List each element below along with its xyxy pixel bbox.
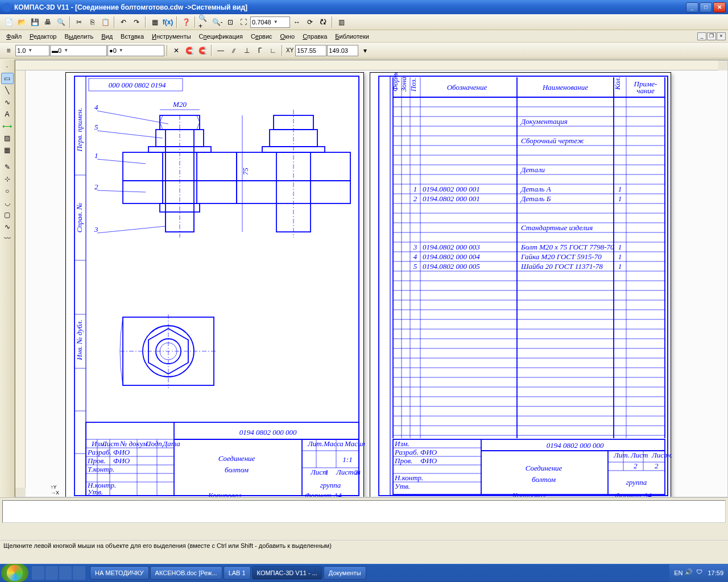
tool-hatch[interactable]: ▨	[1, 132, 14, 144]
tool-dim[interactable]: ⟷	[1, 120, 14, 132]
start-button[interactable]	[1, 564, 28, 582]
menu-view[interactable]: Вид	[97, 32, 117, 41]
geo2-icon[interactable]: ⫽	[228, 44, 240, 57]
refresh-icon[interactable]: 🗘	[317, 16, 329, 28]
menu-select[interactable]: Выделить	[60, 32, 97, 41]
tool-line[interactable]: ╲	[1, 85, 14, 96]
tray-icon[interactable]: 🛡	[696, 568, 705, 577]
snap1-icon[interactable]: ✕	[170, 44, 183, 57]
tool-select[interactable]: ▭	[1, 73, 14, 84]
ql-icon[interactable]	[59, 566, 72, 580]
svg-text:1: 1	[618, 252, 622, 261]
drawing-sheet-1: 000 000 0802 0194 Перв. примен. Справ. №…	[65, 72, 364, 497]
menu-help[interactable]: Справка	[299, 32, 331, 41]
svg-text:Соединение: Соединение	[218, 454, 255, 463]
ql-icon[interactable]	[73, 566, 85, 580]
coord-x[interactable]: 157.55	[295, 45, 326, 56]
menu-edit[interactable]: Редактор	[26, 32, 60, 41]
taskbar-item[interactable]: КОМПАС-3D V11 - ...	[252, 566, 322, 580]
maximize-button[interactable]: □	[700, 2, 712, 13]
tool-aux[interactable]: ∿	[1, 97, 14, 108]
close-button[interactable]: ✕	[713, 2, 726, 13]
toolbar-props: ≡ 1.0▼ ▬0▼ ● 0▼ ✕ 🧲 🧲 — ⫽ ⊥ Γ ∟ XY 157.5…	[0, 43, 728, 59]
svg-line-38	[97, 226, 166, 233]
taskbar-item[interactable]: Документы	[324, 566, 366, 580]
menu-window[interactable]: Окно	[276, 32, 299, 41]
cut-icon[interactable]: ✂	[73, 16, 85, 28]
taskbar-item[interactable]: LAB 1	[224, 566, 251, 580]
help-icon[interactable]: ❓	[180, 16, 192, 28]
svg-text:Пров.: Пров.	[87, 456, 105, 465]
svg-text:2: 2	[655, 462, 659, 470]
windows-icon[interactable]: ▥	[335, 16, 348, 28]
svg-text:0194 0802 000 000: 0194 0802 000 000	[239, 428, 297, 436]
coord-y[interactable]: 149.03	[327, 45, 358, 56]
svg-text:Зона: Зона	[399, 77, 408, 92]
menu-file[interactable]: Файл	[2, 32, 26, 41]
zoomout-icon[interactable]: 🔍-	[211, 16, 224, 28]
svg-text:Формат   A4: Формат A4	[305, 491, 342, 497]
command-input[interactable]	[2, 500, 726, 523]
menu-libs[interactable]: Библиотеки	[331, 32, 373, 41]
tool-edit2[interactable]: ⊹	[1, 173, 14, 185]
redo-icon[interactable]: ↷	[130, 16, 143, 28]
var-icon[interactable]: f(x)	[162, 16, 174, 28]
pan-icon[interactable]: ↔	[291, 16, 303, 28]
tool-edit1[interactable]: ✎	[1, 161, 14, 173]
paste-icon[interactable]: 📋	[99, 16, 111, 28]
lineweight-combo[interactable]: 1.0▼	[15, 45, 49, 56]
ql-icon[interactable]	[46, 566, 58, 580]
menu-insert[interactable]: Вставка	[117, 32, 148, 41]
snap3-icon[interactable]: 🧲	[196, 44, 209, 57]
minimize-button[interactable]: _	[686, 2, 698, 13]
svg-text:0194.0802 000 001: 0194.0802 000 001	[423, 194, 480, 203]
save-icon[interactable]: 💾	[28, 16, 41, 28]
rotate-icon[interactable]: ⟳	[304, 16, 316, 28]
tray-icon[interactable]: 🔊	[685, 568, 694, 577]
geo4-icon[interactable]: Γ	[254, 44, 266, 57]
tool-arc[interactable]: ◡	[1, 197, 14, 209]
new-icon[interactable]: 📄	[2, 16, 15, 28]
tool-table[interactable]: ▦	[1, 144, 14, 156]
style-icon[interactable]: ≡	[2, 44, 15, 57]
ql-icon[interactable]	[32, 566, 44, 580]
copy-icon[interactable]: ⎘	[86, 16, 98, 28]
menu-spec[interactable]: Спецификация	[195, 32, 247, 41]
systray: EN 🔊 🛡 17:59	[669, 564, 728, 582]
zoomwin-icon[interactable]: ⊡	[224, 16, 237, 28]
zoomin-icon[interactable]: 🔍+	[198, 16, 210, 28]
zoom-combo[interactable]: 0.7048▼	[250, 16, 290, 28]
canvas-area[interactable]: 000 000 0802 0194 Перв. примен. Справ. №…	[15, 60, 728, 497]
tool-circle[interactable]: ○	[1, 185, 14, 197]
svg-text:1: 1	[325, 468, 329, 476]
zoomfit-icon[interactable]: ⛶	[237, 16, 250, 28]
taskbar-item[interactable]: АКСЕНОВ.doc [Реж...	[150, 566, 222, 580]
open-icon[interactable]: 📂	[15, 16, 28, 28]
clock[interactable]: 17:59	[708, 569, 723, 576]
mdi-restore[interactable]: ❐	[707, 32, 716, 40]
mdi-close[interactable]: ×	[717, 32, 726, 40]
undo-icon[interactable]: ↶	[117, 16, 130, 28]
taskbar-item[interactable]: НА МЕТОДИЧКУ	[90, 566, 149, 580]
menu-tools[interactable]: Инструменты	[148, 32, 195, 41]
geo5-icon[interactable]: ∟	[267, 44, 279, 57]
mdi-minimize[interactable]: _	[697, 32, 706, 40]
statusbar: Щелкните левой кнопкой мыши на объекте д…	[0, 540, 728, 552]
tool-text[interactable]: A	[1, 109, 14, 120]
svg-text:Масса: Масса	[323, 439, 344, 448]
tool-curve[interactable]: 〰	[1, 233, 14, 244]
geo1-icon[interactable]: —	[214, 44, 227, 57]
tool-rect[interactable]: ▢	[1, 209, 14, 221]
tool-point[interactable]: ·	[1, 61, 14, 72]
coordlock-icon[interactable]: ▾	[359, 44, 371, 57]
preview-icon[interactable]: 🔍	[55, 16, 67, 28]
state-combo[interactable]: ● 0▼	[107, 45, 164, 56]
geo3-icon[interactable]: ⊥	[241, 44, 253, 57]
print-icon[interactable]: 🖶	[42, 16, 54, 28]
layer-combo[interactable]: ▬0▼	[50, 45, 107, 56]
grid-icon[interactable]: ▦	[148, 16, 161, 28]
snap2-icon[interactable]: 🧲	[183, 44, 196, 57]
tool-spline[interactable]: ∿	[1, 221, 14, 232]
menu-service[interactable]: Сервис	[247, 32, 276, 41]
lang-indicator[interactable]: EN	[674, 569, 682, 576]
